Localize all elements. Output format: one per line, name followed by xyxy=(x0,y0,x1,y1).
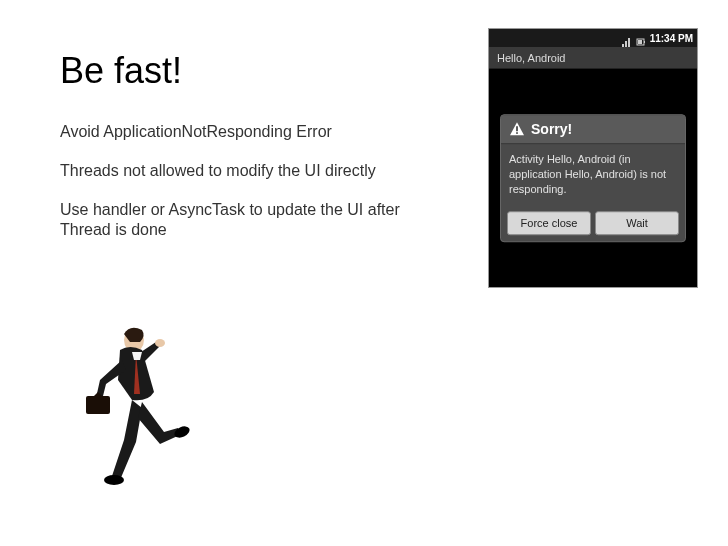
slide-body: Avoid ApplicationNotResponding Error Thr… xyxy=(60,122,420,241)
svg-rect-1 xyxy=(644,41,645,43)
signal-icon xyxy=(622,33,632,43)
app-title: Hello, Android xyxy=(497,52,566,64)
phone-screenshot: 11:34 PM Hello, Android Sorry! Activity … xyxy=(488,28,698,288)
anr-dialog: Sorry! Activity Hello, Android (in appli… xyxy=(500,114,686,242)
paragraph-3: Use handler or AsyncTask to update the U… xyxy=(60,200,420,242)
dialog-title: Sorry! xyxy=(531,121,572,137)
slide-container: Be fast! Avoid ApplicationNotResponding … xyxy=(0,0,728,546)
warning-icon xyxy=(509,121,525,137)
svg-rect-4 xyxy=(516,132,518,134)
dialog-header: Sorry! xyxy=(501,115,685,144)
dialog-message: Activity Hello, Android (in application … xyxy=(501,144,685,205)
wait-button[interactable]: Wait xyxy=(595,211,679,235)
app-title-bar: Hello, Android xyxy=(489,47,697,69)
dialog-buttons: Force close Wait xyxy=(501,205,685,241)
svg-rect-2 xyxy=(638,40,642,44)
status-bar: 11:34 PM xyxy=(489,29,697,47)
svg-point-6 xyxy=(155,339,165,347)
phone-body: Sorry! Activity Hello, Android (in appli… xyxy=(489,69,697,287)
svg-point-9 xyxy=(173,424,190,440)
paragraph-2: Threads not allowed to modify the UI dir… xyxy=(60,161,420,182)
svg-rect-7 xyxy=(86,396,110,414)
paragraph-1: Avoid ApplicationNotResponding Error xyxy=(60,122,420,143)
running-man-image xyxy=(60,320,190,510)
status-time: 11:34 PM xyxy=(650,33,693,44)
battery-icon xyxy=(636,33,646,43)
svg-rect-3 xyxy=(516,126,518,131)
svg-point-8 xyxy=(104,475,124,485)
force-close-button[interactable]: Force close xyxy=(507,211,591,235)
